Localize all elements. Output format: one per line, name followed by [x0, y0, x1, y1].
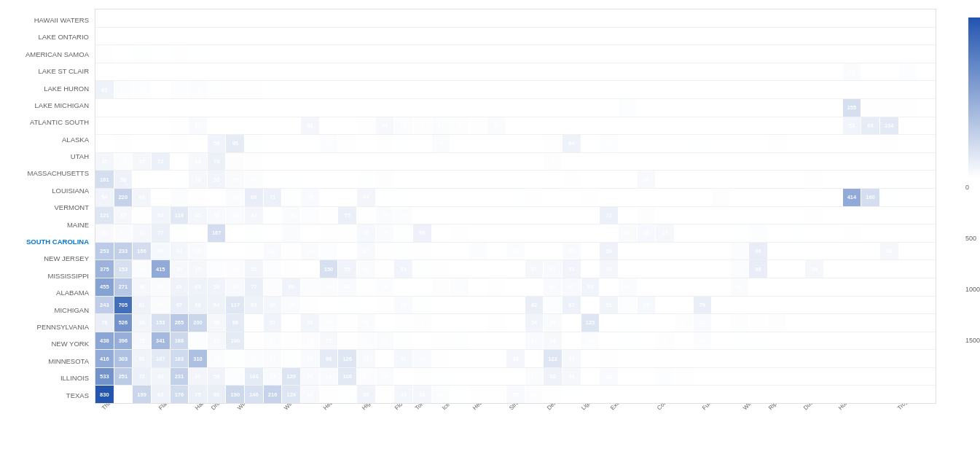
cell: 12 — [544, 297, 562, 314]
cell: 10 — [301, 207, 320, 224]
cell — [805, 171, 824, 188]
cell — [694, 278, 713, 296]
cell — [917, 207, 936, 224]
grid-row: 25323316636442222211227614162559158638 — [95, 243, 936, 261]
cell — [768, 297, 787, 314]
cell — [189, 135, 208, 152]
cell — [656, 314, 675, 332]
cell — [656, 243, 675, 260]
cell — [282, 9, 301, 27]
cell — [843, 81, 862, 98]
cell: 48 — [133, 314, 152, 332]
cell — [320, 117, 339, 135]
cell — [301, 28, 320, 45]
cell — [338, 243, 357, 260]
cell — [749, 171, 768, 188]
cell: 39 — [656, 224, 675, 242]
cell: 15 — [394, 207, 413, 224]
y-label-new-york: NEW YORK — [3, 337, 92, 351]
cell — [320, 207, 339, 224]
cell — [843, 153, 862, 171]
cell — [413, 45, 432, 63]
cell: 160 — [861, 189, 880, 206]
cell: 13 — [357, 368, 376, 386]
cell — [749, 99, 768, 117]
cell — [226, 28, 245, 45]
cell — [824, 350, 843, 367]
cell — [805, 81, 824, 98]
grid-row — [95, 9, 936, 28]
cell — [413, 9, 432, 27]
cell — [189, 63, 208, 81]
grid-row: 8301996217675801901462161243055544421629… — [95, 386, 936, 403]
cell — [675, 45, 694, 63]
cell — [562, 45, 581, 63]
cell: 5 — [245, 81, 264, 98]
y-label-lake-michigan: LAKE MICHIGAN — [3, 98, 92, 112]
cell: 6 — [394, 332, 413, 350]
cell — [843, 9, 862, 27]
cell — [638, 117, 656, 135]
cell: 7 — [133, 45, 152, 63]
x-label: Winter Storm — [283, 404, 311, 411]
cell — [487, 297, 506, 314]
cell — [899, 332, 918, 350]
cell: 38 — [805, 260, 824, 278]
cell — [95, 117, 114, 135]
y-label-mississippi: MISSISSIPPI — [3, 269, 92, 283]
cell: 7 — [245, 135, 264, 152]
cell: 13 — [525, 386, 544, 403]
cell: 126 — [338, 350, 357, 367]
cell — [675, 278, 694, 296]
cell — [245, 117, 264, 135]
cell — [861, 260, 880, 278]
cell: 5 — [544, 386, 562, 403]
cell — [226, 81, 245, 98]
cell — [787, 314, 806, 332]
cell — [694, 99, 713, 117]
cell: 42 — [413, 386, 432, 403]
cell — [170, 45, 189, 63]
cell — [469, 135, 488, 152]
cell: 26 — [544, 314, 562, 332]
cell — [338, 117, 357, 135]
cell — [768, 278, 787, 296]
cell: 6 — [413, 297, 432, 314]
x-label: Flash Flood — [157, 404, 184, 411]
cell — [432, 45, 451, 63]
cell: 24 — [413, 350, 432, 367]
cell — [638, 243, 656, 260]
cell — [843, 207, 862, 224]
cell — [805, 9, 824, 27]
cell: 45 — [264, 297, 283, 314]
cell — [712, 99, 731, 117]
cell: 35 — [208, 332, 227, 350]
cell: 14 — [320, 314, 339, 332]
cell: 124 — [282, 386, 301, 403]
cell — [469, 9, 488, 27]
cell — [861, 368, 880, 386]
cell: 31 — [357, 350, 376, 367]
cell — [731, 63, 750, 81]
grid-row: 4383963534118811351005145133351521672433… — [95, 332, 936, 351]
cell: 190 — [226, 386, 245, 403]
cell — [469, 189, 488, 206]
cell — [824, 386, 843, 403]
cell: 63 — [245, 297, 264, 314]
cell — [917, 135, 936, 152]
cell — [264, 63, 283, 81]
cell — [824, 135, 843, 152]
cell: 41 — [394, 350, 413, 367]
cell — [338, 99, 357, 117]
cell: 22 — [189, 243, 208, 260]
cell — [600, 45, 619, 63]
cell: 29 — [301, 368, 320, 386]
cell: 42 — [600, 260, 619, 278]
cell: 45 — [189, 207, 208, 224]
cell — [787, 153, 806, 171]
cell — [731, 171, 750, 188]
cell: 415 — [152, 260, 170, 278]
cell: 45 — [95, 153, 114, 171]
cell — [656, 9, 675, 27]
cell — [768, 243, 787, 260]
